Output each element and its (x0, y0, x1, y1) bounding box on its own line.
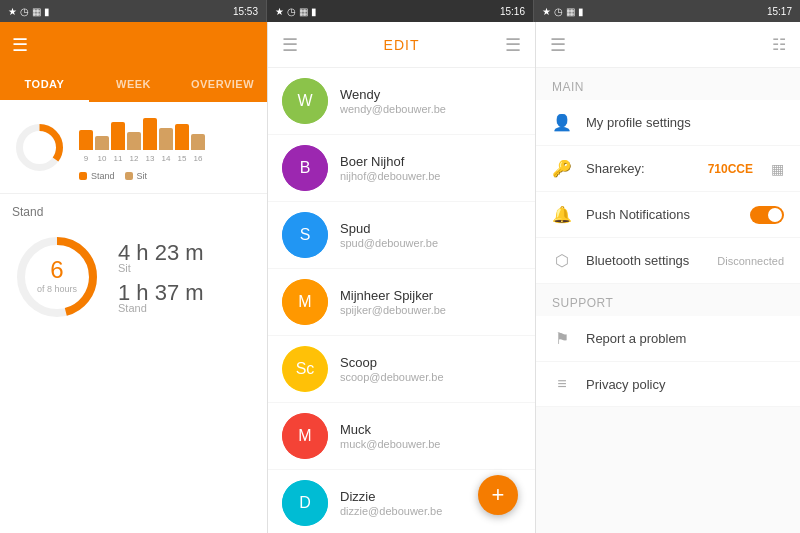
contact-info: Scoop scoop@debouwer.be (340, 355, 521, 383)
main-content: ☰ TODAY WEEK OVERVIEW (0, 22, 800, 533)
settings-item[interactable]: ⚑ Report a problem (536, 316, 800, 362)
grid-icon-right[interactable]: ☷ (772, 35, 786, 54)
contact-info: Muck muck@debouwer.be (340, 422, 521, 450)
avatar: M (282, 279, 328, 325)
svg-text:S: S (300, 226, 311, 243)
settings-item[interactable]: 🔔 Push Notifications (536, 192, 800, 238)
left-panel: ☰ TODAY WEEK OVERVIEW (0, 22, 268, 533)
edit-title: EDIT (384, 37, 420, 53)
time-right: 15:17 (767, 6, 792, 17)
bar-14 (159, 128, 173, 150)
sit-time: 4 h 23 m Sit (118, 240, 204, 274)
contact-name: Spud (340, 221, 521, 236)
settings-item[interactable]: 🔑 Sharekey: 710CCE ▦ (536, 146, 800, 192)
hamburger-icon-right[interactable]: ☰ (550, 34, 566, 56)
settings-item-icon: ≡ (552, 375, 572, 393)
stand-section: Stand (0, 194, 267, 224)
contact-email: spijker@debouwer.be (340, 304, 521, 316)
avatar: Sc (282, 346, 328, 392)
tab-today[interactable]: TODAY (0, 68, 89, 102)
settings-item-text: My profile settings (586, 115, 784, 130)
contact-item[interactable]: B Boer Nijhof nijhof@debouwer.be (268, 135, 535, 202)
settings-item-text: Bluetooth settings (586, 253, 703, 268)
bar-16 (191, 134, 205, 150)
stand-label: Stand (12, 205, 43, 219)
hamburger-icon-mid[interactable]: ☰ (282, 34, 298, 56)
bar-label-15: 15 (175, 154, 189, 163)
legend-label-sit: Sit (137, 171, 148, 181)
bar-label-14: 14 (159, 154, 173, 163)
legend-sit: Sit (125, 171, 148, 181)
settings-item-text: Sharekey: (586, 161, 694, 176)
settings-item-text: Push Notifications (586, 207, 736, 222)
contact-item[interactable]: M Muck muck@debouwer.be (268, 403, 535, 470)
contact-email: wendy@debouwer.be (340, 103, 521, 115)
contact-email: nijhof@debouwer.be (340, 170, 521, 182)
bar-chart-bars (79, 114, 255, 150)
contact-info: Boer Nijhof nijhof@debouwer.be (340, 154, 521, 182)
hamburger-icon-left[interactable]: ☰ (12, 34, 28, 56)
contact-name: Mijnheer Spijker (340, 288, 521, 303)
status-bar-right: ★ ◷ ▦ ▮ 15:17 (534, 0, 800, 22)
contact-name: Muck (340, 422, 521, 437)
svg-text:Sc: Sc (296, 360, 315, 377)
avatar: D (282, 480, 328, 526)
tab-week[interactable]: WEEK (89, 68, 178, 102)
left-header: ☰ (0, 22, 267, 68)
contact-email: muck@debouwer.be (340, 438, 521, 450)
chart-area: 9 10 11 12 13 14 15 16 Stand (0, 102, 267, 194)
big-donut-number: 6 (37, 256, 77, 284)
right-panel: ☰ ☷ Main 👤 My profile settings 🔑 Shareke… (536, 22, 800, 533)
bluetooth-icon-mid: ★ (275, 6, 284, 17)
big-donut-area: 6 of 8 hours 4 h 23 m Sit 1 h 37 m Stand (0, 224, 267, 330)
toggle-push-notifications[interactable] (750, 206, 784, 224)
left-status-icons: ★ ◷ ▦ ▮ (8, 6, 50, 17)
battery-icon-right: ▮ (578, 6, 584, 17)
avatar: S (282, 212, 328, 258)
right-header-icons: ☷ (772, 35, 786, 54)
bar-label-10: 10 (95, 154, 109, 163)
bar-10 (95, 136, 109, 150)
contact-item[interactable]: Sc Scoop scoop@debouwer.be (268, 336, 535, 403)
legend-label-stand: Stand (91, 171, 115, 181)
fab-add-button[interactable]: + (478, 475, 518, 515)
time-left: 15:53 (233, 6, 258, 17)
battery-icon-left: ▮ (44, 6, 50, 17)
settings-section-label: Main (536, 68, 800, 100)
svg-text:M: M (298, 293, 311, 310)
bar-15 (175, 124, 189, 150)
bluetooth-icon-left: ★ (8, 6, 17, 17)
settings-item[interactable]: ⬡ Bluetooth settings Disconnected (536, 238, 800, 284)
settings-item[interactable]: ≡ Privacy policy (536, 362, 800, 407)
settings-container: Main 👤 My profile settings 🔑 Sharekey: 7… (536, 68, 800, 407)
contact-item[interactable]: M Mijnheer Spijker spijker@debouwer.be (268, 269, 535, 336)
settings-item-icon: 👤 (552, 113, 572, 132)
contact-name: Scoop (340, 355, 521, 370)
avatar: B (282, 145, 328, 191)
right-header: ☰ ☷ (536, 22, 800, 68)
sharekey-value: 710CCE (708, 162, 753, 176)
mid-status-icons: ★ ◷ ▦ ▮ (275, 6, 317, 17)
small-donut (12, 120, 67, 175)
settings-item-icon: 🔔 (552, 205, 572, 224)
legend-dot-stand (79, 172, 87, 180)
bar-9 (79, 130, 93, 150)
qr-icon[interactable]: ▦ (771, 161, 784, 177)
status-bars: ★ ◷ ▦ ▮ 15:53 ★ ◷ ▦ ▮ 15:16 ★ ◷ ▦ ▮ 15:1… (0, 0, 800, 22)
legend-dot-sit (125, 172, 133, 180)
bar-label-16: 16 (191, 154, 205, 163)
settings-item-icon: ⬡ (552, 251, 572, 270)
contact-email: spud@debouwer.be (340, 237, 521, 249)
settings-item[interactable]: 👤 My profile settings (536, 100, 800, 146)
settings-section-label: Support (536, 284, 800, 316)
contact-item[interactable]: S Spud spud@debouwer.be (268, 202, 535, 269)
bar-label-9: 9 (79, 154, 93, 163)
tab-overview[interactable]: OVERVIEW (178, 68, 267, 102)
big-donut-text: 6 of 8 hours (37, 256, 77, 294)
bar-13 (143, 118, 157, 150)
bar-chart: 9 10 11 12 13 14 15 16 Stand (79, 114, 255, 181)
bar-11 (111, 122, 125, 150)
contact-item[interactable]: W Wendy wendy@debouwer.be (268, 68, 535, 135)
stand-time: 1 h 37 m Stand (118, 280, 204, 314)
hamburger-icon-mid2[interactable]: ☰ (505, 34, 521, 56)
